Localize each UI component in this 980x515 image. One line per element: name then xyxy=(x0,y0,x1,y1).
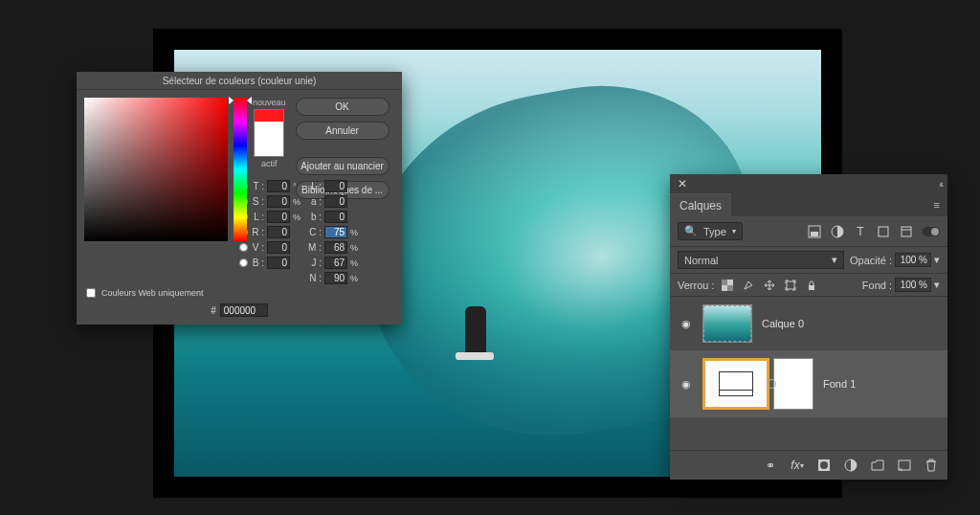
opacity-label: Opacité : xyxy=(850,255,892,266)
magenta-input[interactable] xyxy=(324,241,347,254)
lock-label: Verrou : xyxy=(678,280,715,291)
filter-shape-icon[interactable] xyxy=(877,225,890,238)
svg-rect-4 xyxy=(902,227,911,236)
lock-pixels-icon[interactable] xyxy=(742,279,755,292)
green-input[interactable] xyxy=(267,241,290,254)
layer-list: ◉ Calque 0 ◉ Fond 1 xyxy=(670,297,947,450)
svg-rect-8 xyxy=(787,281,794,289)
photo-surfer xyxy=(465,306,486,354)
chevron-down-icon: ▾ xyxy=(732,227,736,235)
link-layers-icon[interactable]: ⚭ xyxy=(764,459,777,472)
chevron-down-icon[interactable]: ▾ xyxy=(934,279,940,291)
lock-artboard-icon[interactable] xyxy=(784,279,797,292)
close-panel-icon[interactable]: ✕ xyxy=(676,177,689,190)
svg-rect-1 xyxy=(811,232,818,236)
blue-input[interactable] xyxy=(267,257,290,269)
color-swatch-pair xyxy=(254,109,284,157)
hex-prefix: # xyxy=(211,305,216,316)
ok-button[interactable]: OK xyxy=(296,98,390,116)
svg-point-11 xyxy=(820,461,828,469)
new-adjustment-layer-icon[interactable] xyxy=(844,459,858,472)
layer-mask-thumbnail[interactable] xyxy=(773,358,813,410)
solid-fill-icon xyxy=(719,371,753,396)
delete-layer-icon[interactable] xyxy=(924,459,938,472)
lab-a-input[interactable] xyxy=(324,195,347,208)
opacity-input[interactable] xyxy=(895,253,931,267)
web-colors-only-checkbox[interactable]: Couleurs Web uniquement xyxy=(86,288,394,298)
layers-tab[interactable]: Calques xyxy=(670,193,731,216)
sv-cursor[interactable] xyxy=(86,100,94,107)
visibility-toggle-icon[interactable]: ◉ xyxy=(679,318,693,330)
hue-slider[interactable] xyxy=(234,98,247,241)
new-color-swatch[interactable] xyxy=(255,110,283,133)
new-color-label: nouveau xyxy=(253,98,286,107)
layers-panel: ✕ ‹‹ Calques ≡ 🔍 Type ▾ T Normal ▾ Opaci… xyxy=(670,174,947,480)
lock-all-icon[interactable] xyxy=(805,279,818,292)
fill-label: Fond : xyxy=(862,280,892,291)
saturation-input[interactable] xyxy=(267,195,290,208)
add-to-swatches-button[interactable]: Ajouter au nuancier xyxy=(296,157,390,175)
filter-adjustment-icon[interactable] xyxy=(831,225,844,238)
svg-rect-7 xyxy=(727,285,733,291)
lab-l-input[interactable] xyxy=(324,180,347,192)
new-group-icon[interactable] xyxy=(871,459,884,472)
cancel-button[interactable]: Annuler xyxy=(296,122,390,140)
red-input[interactable] xyxy=(267,226,290,238)
yellow-input[interactable] xyxy=(324,257,347,269)
hue-input[interactable] xyxy=(267,180,290,192)
chevron-down-icon: ▾ xyxy=(832,254,837,266)
saturation-value-field[interactable] xyxy=(84,98,228,241)
fill-input[interactable] xyxy=(895,278,931,292)
layer-name[interactable]: Fond 1 xyxy=(823,378,856,390)
current-color-swatch[interactable] xyxy=(255,133,283,156)
svg-rect-6 xyxy=(722,280,727,285)
filter-pixel-icon[interactable] xyxy=(808,225,821,238)
cyan-input[interactable] xyxy=(324,226,347,238)
lock-position-icon[interactable] xyxy=(763,279,776,292)
svg-rect-3 xyxy=(879,227,888,236)
collapse-panel-icon[interactable]: ‹‹ xyxy=(939,179,942,190)
hex-input[interactable] xyxy=(220,303,268,317)
blend-mode-dropdown[interactable]: Normal ▾ xyxy=(678,251,844,269)
search-icon: 🔍 xyxy=(684,225,698,237)
filter-toggle[interactable] xyxy=(923,227,940,236)
black-input[interactable] xyxy=(324,272,347,284)
green-radio[interactable] xyxy=(239,243,248,252)
filter-type-icon[interactable]: T xyxy=(854,225,867,238)
layer-row[interactable]: ◉ Calque 0 xyxy=(670,297,947,350)
lock-transparency-icon[interactable] xyxy=(721,279,734,292)
blue-radio[interactable] xyxy=(239,258,248,267)
filter-smartobject-icon[interactable] xyxy=(900,225,913,238)
layer-thumbnail[interactable] xyxy=(702,358,769,410)
lightness-input[interactable] xyxy=(267,211,290,223)
svg-rect-9 xyxy=(809,285,814,290)
layer-row[interactable]: ◉ Fond 1 xyxy=(670,350,947,417)
panel-menu-icon[interactable]: ≡ xyxy=(926,199,947,211)
layer-thumbnail[interactable] xyxy=(702,304,752,343)
lab-b-input[interactable] xyxy=(324,211,347,223)
layer-filter-type-dropdown[interactable]: 🔍 Type ▾ xyxy=(678,222,743,240)
layer-name[interactable]: Calque 0 xyxy=(762,318,804,329)
add-mask-icon[interactable] xyxy=(817,459,831,472)
color-picker-dialog: Sélecteur de couleurs (couleur unie) nou… xyxy=(77,72,402,325)
visibility-toggle-icon[interactable]: ◉ xyxy=(679,378,693,391)
new-layer-icon[interactable] xyxy=(898,459,911,472)
current-color-label: actif xyxy=(261,159,278,168)
dialog-title: Sélecteur de couleurs (couleur unie) xyxy=(77,72,402,90)
chevron-down-icon[interactable]: ▾ xyxy=(934,254,940,266)
layer-effects-icon[interactable]: fx▾ xyxy=(791,459,804,472)
